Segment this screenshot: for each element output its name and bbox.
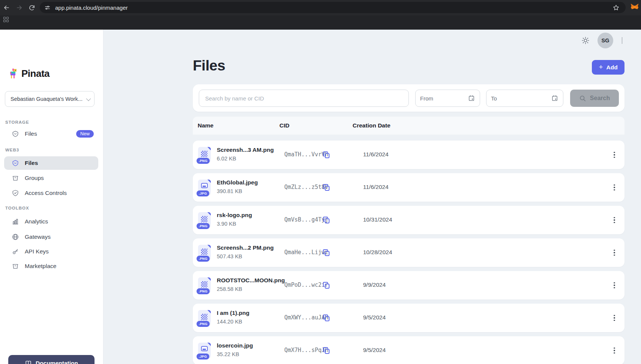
- table-row[interactable]: .PNG Screensh...3 AM.png 6.02 KB QmaTH..…: [193, 141, 624, 169]
- avatar[interactable]: SG: [597, 33, 613, 48]
- table-row[interactable]: .PNG Screensh...2 PM.png 507.43 KB QmaHe…: [193, 238, 624, 267]
- copy-cid-icon[interactable]: [322, 183, 331, 192]
- theme-toggle-sun-icon[interactable]: [580, 35, 591, 46]
- sidebar-item-groups[interactable]: Groups: [4, 171, 98, 185]
- file-creation-date: 10/31/2024: [363, 216, 392, 223]
- metamask-extension-icon[interactable]: [630, 3, 639, 11]
- table-row[interactable]: .PNG I am (1).png 144.20 KB QmXWY...auJA…: [193, 304, 624, 332]
- copy-cid-icon[interactable]: [322, 216, 331, 225]
- calendar-icon[interactable]: [468, 94, 475, 102]
- browser-chrome: app.pinata.cloud/pinmanager: [0, 0, 641, 30]
- file-creation-date: 9/5/2024: [363, 347, 386, 354]
- sidebar-item-api-keys[interactable]: API Keys: [4, 245, 98, 258]
- page-title: Files: [193, 57, 225, 74]
- file-name: ROOTSTOC...MOON.png: [217, 277, 285, 284]
- file-name: rsk-logo.png: [217, 212, 252, 219]
- sidebar-item-label: Access Controls: [25, 190, 67, 196]
- topbar: SG: [580, 33, 624, 48]
- search-input[interactable]: [199, 90, 409, 107]
- row-menu-kebab-icon[interactable]: [609, 345, 620, 356]
- table-row[interactable]: .PNG ROOTSTOC...MOON.png 258.58 KB QmPoD…: [193, 271, 624, 300]
- file-extension-badge: .PNG: [197, 256, 210, 262]
- date-from-field[interactable]: [415, 90, 480, 107]
- column-header-creation-date: Creation Date: [353, 122, 390, 129]
- documentation-button[interactable]: Documentation: [8, 355, 95, 364]
- file-extension-badge: .PNG: [197, 158, 210, 164]
- copy-cid-icon[interactable]: [322, 281, 331, 290]
- row-menu-kebab-icon[interactable]: [609, 215, 620, 225]
- back-icon[interactable]: [0, 1, 13, 14]
- file-creation-date: 11/6/2024: [363, 184, 389, 190]
- main-content: SG Files + Add Search Name CID Creation …: [104, 30, 641, 364]
- sidebar-item-gateways[interactable]: Gateways: [4, 230, 98, 244]
- file-name: EthGlobal.jpeg: [217, 179, 258, 186]
- copy-cid-icon[interactable]: [322, 248, 331, 257]
- file-type-icon: .JPG: [198, 343, 211, 358]
- pinata-logo-icon: [10, 69, 18, 79]
- row-menu-kebab-icon[interactable]: [609, 150, 620, 160]
- table-header: Name CID Creation Date: [193, 117, 624, 135]
- add-button[interactable]: + Add: [592, 60, 624, 75]
- site-settings-icon[interactable]: [44, 4, 51, 11]
- sidebar-item-storage-files[interactable]: Files New: [4, 127, 98, 141]
- file-size: 3.90 KB: [217, 221, 236, 227]
- calendar-icon[interactable]: [551, 94, 558, 102]
- file-extension-badge: .PNG: [197, 288, 210, 294]
- file-size: 507.43 KB: [217, 253, 242, 259]
- logo-wordmark: Pinata: [21, 68, 50, 79]
- forward-icon[interactable]: [13, 1, 26, 14]
- sidebar-item-label: Files: [25, 130, 37, 137]
- table-row[interactable]: .JPG losercoin.jpg 35.22 KB QmX7H...sPqJ…: [193, 336, 624, 364]
- file-creation-date: 11/6/2024: [363, 151, 389, 158]
- file-creation-date: 10/28/2024: [363, 249, 392, 256]
- copy-cid-icon[interactable]: [322, 313, 331, 322]
- copy-cid-icon[interactable]: [322, 150, 331, 159]
- plus-icon: +: [599, 63, 603, 71]
- table-row[interactable]: .JPG EthGlobal.jpeg 390.81 KB QmZLz...z5…: [193, 173, 624, 202]
- pinata-logo[interactable]: Pinata: [10, 68, 50, 79]
- file-extension-badge: .PNG: [197, 321, 210, 327]
- section-storage: STORAGE: [5, 120, 29, 124]
- sidebar-item-label: API Keys: [25, 248, 49, 255]
- file-creation-date: 9/5/2024: [363, 314, 386, 321]
- file-size: 35.22 KB: [217, 351, 239, 357]
- sidebar-item-access-controls[interactable]: Access Controls: [4, 186, 98, 200]
- chevron-down-icon: [86, 96, 91, 101]
- date-from-input[interactable]: [420, 95, 468, 102]
- copy-cid-icon[interactable]: [322, 346, 331, 355]
- sidebar-item-marketplace[interactable]: Marketplace: [4, 259, 98, 273]
- sidebar-item-web3-files[interactable]: Files: [4, 156, 98, 170]
- row-menu-kebab-icon[interactable]: [609, 182, 620, 193]
- url-bar[interactable]: app.pinata.cloud/pinmanager: [40, 2, 626, 13]
- file-size: 144.20 KB: [217, 319, 242, 325]
- file-name: Screensh...2 PM.png: [217, 244, 274, 251]
- new-badge: New: [76, 130, 94, 138]
- row-menu-kebab-icon[interactable]: [609, 313, 620, 323]
- sidebar-item-analytics[interactable]: Analytics: [4, 215, 98, 228]
- file-name: I am (1).png: [217, 310, 249, 316]
- date-to-input[interactable]: [491, 95, 551, 102]
- bar-chart-icon: [12, 218, 19, 225]
- row-menu-kebab-icon[interactable]: [609, 247, 620, 258]
- file-type-icon: .PNG: [198, 212, 211, 228]
- url-text[interactable]: app.pinata.cloud/pinmanager: [55, 4, 612, 11]
- file-name: Screensh...3 AM.png: [217, 147, 274, 153]
- search-button[interactable]: Search: [570, 90, 619, 107]
- file-type-icon: .JPG: [198, 180, 211, 195]
- apps-grid-icon[interactable]: [3, 17, 9, 22]
- file-extension-badge: .JPG: [197, 190, 209, 196]
- date-to-field[interactable]: [486, 90, 563, 107]
- file-size: 6.02 KB: [217, 156, 236, 162]
- reload-icon[interactable]: [26, 1, 38, 14]
- file-extension-badge: .JPG: [197, 354, 209, 360]
- account-chevron-down-icon[interactable]: [620, 35, 624, 46]
- workspace-select[interactable]: Sebastian Guaqueta's Work...: [5, 91, 95, 107]
- table-row[interactable]: .PNG rsk-logo.png 3.90 KB QmVsB...g4Tyj …: [193, 206, 624, 234]
- row-menu-kebab-icon[interactable]: [609, 280, 620, 291]
- browser-second-row: [0, 15, 641, 30]
- section-web3: WEB3: [5, 148, 19, 152]
- file-type-icon: .PNG: [198, 147, 211, 163]
- file-type-icon: .PNG: [198, 310, 211, 326]
- bookmark-star-icon[interactable]: [612, 4, 620, 11]
- sidebar-item-label: Files: [25, 160, 38, 166]
